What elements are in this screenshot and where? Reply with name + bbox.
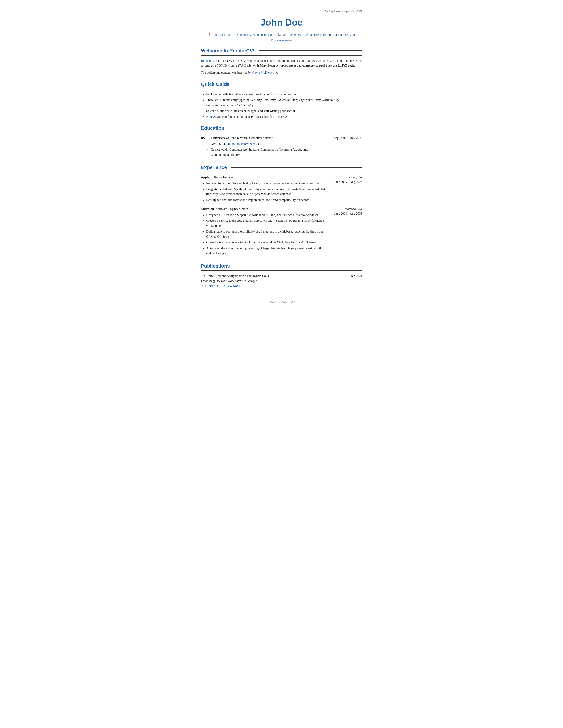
email-icon: ✉ — [234, 32, 236, 37]
exp-microsoft-header: Microsoft, Software Engineer Intern — [201, 207, 327, 212]
linkedin-link[interactable]: yourusername — [338, 32, 356, 37]
location-contact: 📍 Your Location — [207, 32, 230, 37]
github-link[interactable]: yourusername — [274, 38, 292, 43]
welcome-title: Welcome to RenderCV! — [201, 47, 362, 56]
phone-contact: 📞 0541 999 99 99 — [277, 32, 301, 37]
quick-guide-item-3: Select a section title, pick an entry ty… — [206, 108, 362, 113]
linkedin-contact: in yourusername — [335, 32, 356, 37]
exp-apple-header: Apple, Software Engineer — [201, 175, 327, 180]
microsoft-company-name: Microsoft — [201, 207, 214, 211]
quick-guide-title: Quick Guide — [201, 81, 362, 89]
quick-guide-list: Each section title is arbitrary and each… — [201, 92, 362, 119]
exp-apple-right: Cupertino, CA June 2005 – Aug 2007 — [331, 175, 362, 204]
education-entry-1: BS University of Pennsylvania, Computer … — [201, 136, 362, 158]
quick-guide-section: Quick Guide Each section title is arbitr… — [201, 81, 362, 119]
apple-bullet-1: Reduced time to render user buddy lists … — [206, 181, 327, 186]
pub-title: 3D Finite Element Analysis of No-Insulat… — [201, 274, 347, 278]
edu-bullet-coursework: Coursework: Computer Architecture, Compa… — [211, 147, 327, 157]
rendercv-link[interactable]: RenderCV — [201, 59, 217, 62]
edu-degree-row: BS University of Pennsylvania, Computer … — [201, 136, 327, 141]
ms-bullet-3: Built an app to compute the similarity o… — [206, 229, 327, 239]
publications-section: Publications 3D Finite Element Analysis … — [201, 262, 362, 289]
experience-section: Experience Apple, Software Engineer Redu… — [201, 164, 362, 257]
gayle-link[interactable]: Gayle McDowell — [252, 71, 277, 74]
email-contact: ✉ youremail@yourdomain.com — [234, 32, 273, 37]
edu-bullet-gpa: GPA: 3.9/4.0 (a link to somewhere) — [211, 141, 327, 146]
website-icon: 🔗 — [305, 32, 309, 37]
quick-guide-item-4: Here, you can find a comprehensive user … — [206, 114, 362, 119]
email-link[interactable]: youremail@yourdomain.com — [237, 32, 273, 37]
apple-bullet-3: Redesigned chat file format and implemen… — [206, 197, 327, 202]
edu-left: BS University of Pennsylvania, Computer … — [201, 136, 327, 158]
welcome-body-1: RenderCV is a LaTeX-based CV/resume vers… — [201, 58, 362, 68]
linkedin-icon: in — [335, 32, 337, 37]
apple-bullets: Reduced time to render user buddy lists … — [201, 181, 327, 202]
last-updated: Last updated in September 2024 — [201, 9, 362, 13]
education-section: Education BS University of Pennsylvania,… — [201, 124, 362, 158]
gpa-link[interactable]: a link to somewhere — [229, 142, 258, 146]
here-link[interactable]: Here — [206, 115, 215, 118]
edu-bullets: GPA: 3.9/4.0 (a link to somewhere) Cours… — [201, 141, 327, 157]
exp-microsoft-left: Microsoft, Software Engineer Intern Desi… — [201, 207, 327, 257]
exp-apple-left: Apple, Software Engineer Reduced time to… — [201, 175, 327, 204]
edu-right: Sept 2000 – May 2005 — [331, 136, 362, 158]
apple-date: June 2005 – Aug 2007 — [331, 180, 362, 184]
pub-authors: Frodo Baggins, John Doe, Samwise Gamgee — [201, 279, 347, 283]
edu-details: University of Pennsylvania, Computer Sci… — [211, 136, 273, 141]
phone-text: 0541 999 99 99 — [282, 32, 301, 37]
pub-right: Jan 2004 — [351, 274, 362, 289]
experience-entry-microsoft: Microsoft, Software Engineer Intern Desi… — [201, 207, 362, 257]
microsoft-date: June 2003 – Aug 2003 — [331, 211, 362, 216]
page-footer: John Doe - Page 1 of 2 — [201, 297, 362, 304]
publications-title: Publications — [201, 262, 362, 271]
website-link[interactable]: yourwebsite.com — [310, 32, 331, 37]
education-title: Education — [201, 124, 362, 133]
pub-doi: 10.1109/TASC.2023.3340648 — [201, 284, 347, 288]
github-icon: ⊙ — [271, 38, 273, 43]
location-link[interactable]: Your Location — [212, 32, 230, 37]
welcome-body-2: The boilerplate content was inspired by … — [201, 70, 362, 75]
experience-title: Experience — [201, 164, 362, 172]
ms-bullet-2: Created a service to provide gradient ac… — [206, 218, 327, 228]
ms-bullet-1: Designed a UI for the VS open file switc… — [206, 212, 327, 217]
website-contact: 🔗 yourwebsite.com — [305, 32, 331, 37]
location-icon: 📍 — [207, 32, 211, 37]
doi-link[interactable]: 10.1109/TASC.2023.3340648 — [201, 284, 240, 288]
pub-left: 3D Finite Element Analysis of No-Insulat… — [201, 274, 347, 289]
phone-icon: 📞 — [277, 32, 281, 37]
exp-microsoft-right: Redmond, WA June 2003 – Aug 2003 — [331, 207, 362, 257]
experience-entry-apple: Apple, Software Engineer Reduced time to… — [201, 175, 362, 204]
microsoft-location: Redmond, WA — [331, 207, 362, 211]
microsoft-bullets: Designed a UI for the VS open file switc… — [201, 212, 327, 256]
name-header: John Doe — [201, 15, 362, 29]
apple-bullet-2: Integrated iChat with Spotlight Search b… — [206, 187, 327, 197]
welcome-section: Welcome to RenderCV! RenderCV is a LaTeX… — [201, 47, 362, 75]
ms-bullet-5: Automated the extraction and processing … — [206, 246, 327, 256]
contact-row-2: ⊙ yourusername — [201, 38, 362, 43]
quick-guide-item-2: There are 7 unique entry types: BulletEn… — [206, 98, 362, 107]
contact-row-1: 📍 Your Location ✉ youremail@yourdomain.c… — [201, 32, 362, 37]
ms-bullet-4: Created a test case generation tool that… — [206, 240, 327, 245]
apple-company-name: Apple — [201, 175, 209, 179]
publication-entry-1: 3D Finite Element Analysis of No-Insulat… — [201, 274, 362, 289]
degree-tag: BS — [201, 136, 207, 141]
quick-guide-item-1: Each section title is arbitrary and each… — [206, 92, 362, 97]
apple-location: Cupertino, CA — [331, 175, 362, 180]
